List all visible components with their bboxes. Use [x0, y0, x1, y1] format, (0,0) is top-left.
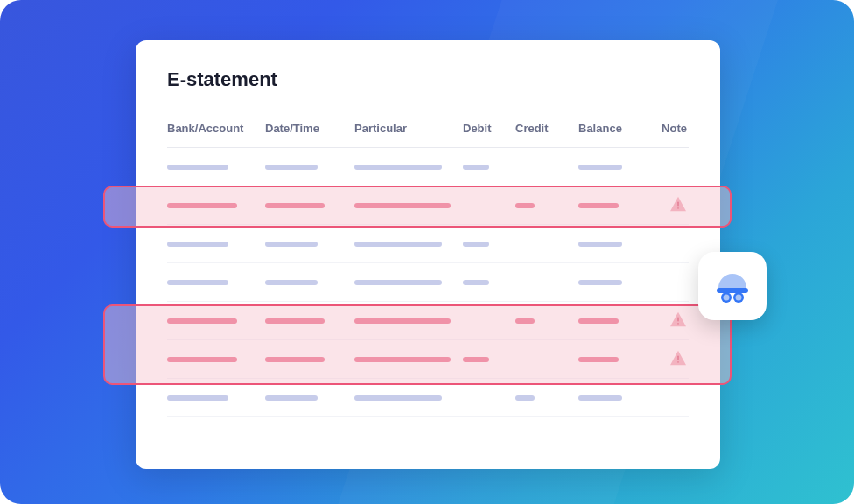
placeholder-bar — [578, 203, 619, 208]
table-row — [167, 148, 689, 186]
cell — [265, 357, 354, 362]
cell — [354, 280, 463, 285]
note-cell — [652, 350, 687, 369]
background: E-statement Bank/Account Date/Time Parti… — [0, 0, 854, 504]
svg-rect-5 — [677, 361, 679, 363]
placeholder-bar — [354, 396, 442, 401]
placeholder-bar — [167, 164, 228, 170]
placeholder-bar — [265, 318, 325, 324]
cell — [354, 242, 463, 247]
placeholder-bar — [265, 396, 318, 401]
statement-card: E-statement Bank/Account Date/Time Parti… — [136, 40, 720, 469]
placeholder-bar — [354, 242, 442, 247]
cell — [463, 280, 515, 285]
warning-icon — [669, 312, 687, 331]
placeholder-bar — [167, 242, 228, 247]
table-row — [167, 302, 689, 340]
cell — [578, 318, 652, 324]
svg-rect-1 — [677, 207, 679, 209]
cell — [167, 242, 265, 247]
svg-rect-2 — [677, 317, 679, 321]
placeholder-bar — [354, 280, 442, 285]
cell — [167, 318, 265, 324]
note-cell — [652, 312, 687, 331]
fraud-badge — [698, 252, 766, 320]
placeholder-bar — [463, 280, 489, 285]
table-row — [167, 379, 689, 417]
placeholder-bar — [463, 164, 489, 170]
table-row — [167, 340, 689, 379]
warning-icon — [669, 350, 687, 369]
cell — [515, 396, 578, 401]
cell — [265, 164, 354, 170]
placeholder-bar — [578, 396, 622, 401]
page-title: E-statement — [167, 68, 689, 91]
cell — [354, 396, 463, 401]
cell — [265, 203, 354, 208]
placeholder-bar — [578, 357, 619, 362]
placeholder-bar — [167, 318, 237, 324]
col-particular-header: Particular — [354, 122, 463, 135]
cell — [167, 280, 265, 285]
svg-rect-6 — [717, 288, 748, 293]
cell — [265, 280, 354, 285]
note-cell — [652, 196, 687, 215]
placeholder-bar — [463, 242, 489, 247]
cell — [463, 357, 515, 362]
placeholder-bar — [167, 280, 228, 285]
placeholder-bar — [515, 203, 535, 208]
cell — [578, 357, 652, 362]
cell — [265, 242, 354, 247]
placeholder-bar — [463, 357, 489, 362]
table-body — [167, 148, 689, 417]
svg-point-9 — [724, 295, 730, 301]
warning-icon — [669, 196, 687, 215]
placeholder-bar — [167, 203, 237, 208]
cell — [265, 318, 354, 324]
placeholder-bar — [578, 318, 619, 324]
cell — [578, 164, 652, 170]
thief-icon — [710, 263, 755, 309]
placeholder-bar — [167, 357, 237, 362]
col-balance-header: Balance — [578, 122, 652, 135]
cell — [167, 203, 265, 208]
cell — [463, 164, 515, 170]
placeholder-bar — [578, 164, 622, 170]
table-header: Bank/Account Date/Time Particular Debit … — [167, 108, 689, 148]
cell — [354, 357, 463, 362]
placeholder-bar — [354, 357, 451, 362]
svg-rect-3 — [677, 323, 679, 325]
cell — [463, 242, 515, 247]
svg-point-10 — [736, 295, 742, 301]
placeholder-bar — [515, 396, 535, 401]
cell — [354, 318, 463, 324]
cell — [578, 280, 652, 285]
svg-rect-4 — [677, 355, 679, 360]
cell — [578, 242, 652, 247]
placeholder-bar — [354, 318, 451, 324]
placeholder-bar — [265, 203, 325, 208]
cell — [167, 164, 265, 170]
cell — [167, 357, 265, 362]
col-date-header: Date/Time — [265, 122, 354, 135]
cell — [515, 203, 578, 208]
table-row — [167, 225, 689, 263]
col-credit-header: Credit — [515, 122, 578, 135]
col-note-header: Note — [652, 122, 687, 135]
placeholder-bar — [354, 203, 451, 208]
placeholder-bar — [354, 164, 442, 170]
placeholder-bar — [578, 242, 622, 247]
placeholder-bar — [515, 318, 535, 324]
col-debit-header: Debit — [463, 122, 515, 135]
svg-rect-0 — [677, 201, 679, 206]
table-row — [167, 186, 689, 225]
placeholder-bar — [265, 357, 325, 362]
cell — [354, 203, 463, 208]
col-bank-header: Bank/Account — [167, 122, 265, 135]
placeholder-bar — [265, 164, 318, 170]
cell — [354, 164, 463, 170]
cell — [167, 396, 265, 401]
cell — [515, 318, 578, 324]
placeholder-bar — [265, 280, 318, 285]
placeholder-bar — [167, 396, 228, 401]
